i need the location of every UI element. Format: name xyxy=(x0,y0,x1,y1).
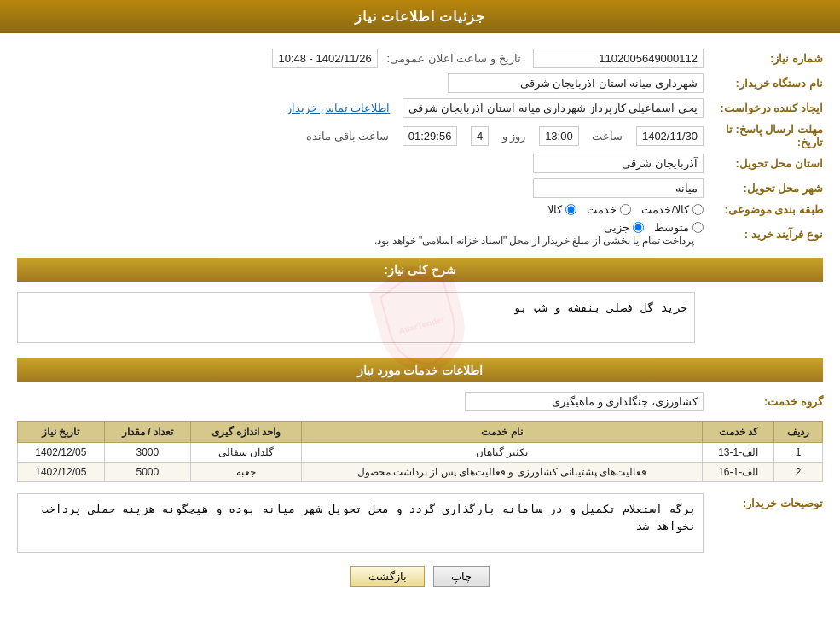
buyer-desc-row: توصیحات خریدار: xyxy=(17,491,823,556)
category-khadamat-radio[interactable]: خدمت xyxy=(587,203,631,216)
deadline-days-label: روز و xyxy=(502,130,526,143)
city-label: شهر محل تحویل: xyxy=(704,182,823,195)
city-value: میانه xyxy=(533,178,704,198)
cell-unit: جعبه xyxy=(191,462,302,481)
deadline-time-label: ساعت xyxy=(592,130,623,143)
services-section-header: اطلاعات خدمات مورد نیاز xyxy=(17,358,823,382)
cell-date: 1402/12/05 xyxy=(18,442,105,462)
deadline-date: 1402/11/30 xyxy=(636,126,704,146)
buyer-desc-textarea[interactable] xyxy=(17,493,704,553)
deadline-label: مهلت ارسال پاسخ: تا تاریخ: xyxy=(704,123,823,148)
table-row: 1الف-1-13تکثیر گیاهانگلدان سفالی30001402… xyxy=(18,442,823,462)
buyer-org-row: نام دستگاه خریدار: شهرداری میانه استان ا… xyxy=(17,71,823,96)
requester-label: ایجاد کننده درخواست: xyxy=(704,102,823,114)
col-name: نام خدمت xyxy=(302,421,703,442)
need-description-section: شرح کلی نیاز: xyxy=(17,258,823,282)
purchase-type-motavaset-radio[interactable]: متوسط xyxy=(654,221,704,234)
category-kala-radio[interactable]: کالا xyxy=(547,203,576,216)
col-date: تاریخ نیاز xyxy=(18,421,105,442)
col-unit: واحد اندازه گیری xyxy=(191,421,302,442)
announce-date-label: تاریخ و ساعت اعلان عمومی: xyxy=(386,52,520,65)
action-buttons: چاپ بازگشت xyxy=(17,566,823,587)
services-section-label: اطلاعات خدمات مورد نیاز xyxy=(357,364,484,377)
category-kala-khadamat-radio[interactable]: کالا/خدمت xyxy=(641,203,704,216)
need-number-value: 1102005649000112 تاریخ و ساعت اعلان عموم… xyxy=(17,49,704,68)
category-label: طبقه بندی موضوعی: xyxy=(704,203,823,216)
buyer-org-value: شهرداری میانه استان اذربایجان شرقی xyxy=(17,73,704,93)
cell-qty: 5000 xyxy=(104,462,190,481)
category-kala-label: کالا xyxy=(547,203,562,216)
page-header: جزئیات اطلاعات نیاز xyxy=(0,0,840,33)
print-button[interactable]: چاپ xyxy=(433,566,490,587)
purchase-type-motavaset-label: متوسط xyxy=(654,221,689,234)
category-kala-khadamat-label: کالا/خدمت xyxy=(641,203,689,216)
deadline-days: 4 xyxy=(471,126,489,146)
category-row: طبقه بندی موضوعی: کالا/خدمت خدمت کالا xyxy=(17,201,823,218)
purchase-type-row: نوع فرآیند خرید : متوسط جزیی پرداخت تمام… xyxy=(17,218,823,249)
purchase-type-jozi-label: جزیی xyxy=(604,221,629,234)
need-description-textarea[interactable] xyxy=(17,292,695,343)
deadline-time: 13:00 xyxy=(539,126,579,146)
cell-code: الف-1-13 xyxy=(702,442,773,462)
buyer-org-label: نام دستگاه خریدار: xyxy=(704,77,823,90)
services-table: ردیف کد خدمت نام خدمت واحد اندازه گیری ت… xyxy=(17,421,823,482)
page-title: جزئیات اطلاعات نیاز xyxy=(355,9,486,24)
need-number-label: شماره نیاز: xyxy=(704,52,823,65)
purchase-type-label: نوع فرآیند خرید : xyxy=(704,228,823,241)
cell-name: تکثیر گیاهان xyxy=(302,442,703,462)
requester-value: یحی اسماعیلی کارپرداز شهرداری میانه استا… xyxy=(17,98,704,118)
province-label: استان محل تحویل: xyxy=(704,157,823,170)
province-value: آذربایجان شرقی xyxy=(533,154,704,173)
announce-date-value: 1402/11/26 - 10:48 xyxy=(272,49,377,68)
need-description-label: شرح کلی نیاز: xyxy=(384,263,455,277)
cell-row: 1 xyxy=(774,442,823,462)
cell-code: الف-1-16 xyxy=(702,462,773,481)
category-khadamat-label: خدمت xyxy=(587,203,617,216)
deadline-row: مهلت ارسال پاسخ: تا تاریخ: 1402/11/30 سا… xyxy=(17,120,823,151)
purchase-type-motavaset-input[interactable] xyxy=(692,222,704,233)
purchase-type-jozi-radio[interactable]: جزیی xyxy=(604,221,644,234)
table-row: 2الف-1-16فعالیت‌های پشتیبانی کشاورزی و ف… xyxy=(18,462,823,481)
buyer-desc-label: توصیحات خریدار: xyxy=(704,493,823,509)
cell-name: فعالیت‌های پشتیبانی کشاورزی و فعالیت‌های… xyxy=(302,462,703,481)
cell-qty: 3000 xyxy=(104,442,190,462)
cell-date: 1402/12/05 xyxy=(18,462,105,481)
requester-row: ایجاد کننده درخواست: یحی اسماعیلی کارپرد… xyxy=(17,96,823,120)
purchase-type-jozi-input[interactable] xyxy=(633,222,644,233)
deadline-remaining-label: ساعت باقی مانده xyxy=(306,130,389,143)
deadline-remaining: 01:29:56 xyxy=(403,126,458,146)
city-row: شهر محل تحویل: میانه xyxy=(17,176,823,201)
cell-row: 2 xyxy=(774,462,823,481)
service-group-label: گروه خدمت: xyxy=(704,395,823,408)
service-group-row: گروه خدمت: کشاورزی، جنگلداری و ماهیگیری xyxy=(17,389,823,414)
cell-unit: گلدان سفالی xyxy=(191,442,302,462)
col-row: ردیف xyxy=(774,421,823,442)
service-group-value: کشاورزی، جنگلداری و ماهیگیری xyxy=(465,392,704,411)
category-kala-khadamat-input[interactable] xyxy=(692,204,704,215)
need-number-row: شماره نیاز: 1102005649000112 تاریخ و ساع… xyxy=(17,46,823,71)
category-kala-input[interactable] xyxy=(565,204,576,215)
purchase-type-note: پرداخت تمام یا بخشی از مبلغ خریدار از مح… xyxy=(374,235,694,247)
back-button[interactable]: بازگشت xyxy=(350,566,425,587)
col-qty: تعداد / مقدار xyxy=(104,421,190,442)
col-code: کد خدمت xyxy=(702,421,773,442)
province-row: استان محل تحویل: آذربایجان شرقی xyxy=(17,151,823,176)
contact-link[interactable]: اطلاعات تماس خریدار xyxy=(287,102,390,114)
category-khadamat-input[interactable] xyxy=(620,204,631,215)
